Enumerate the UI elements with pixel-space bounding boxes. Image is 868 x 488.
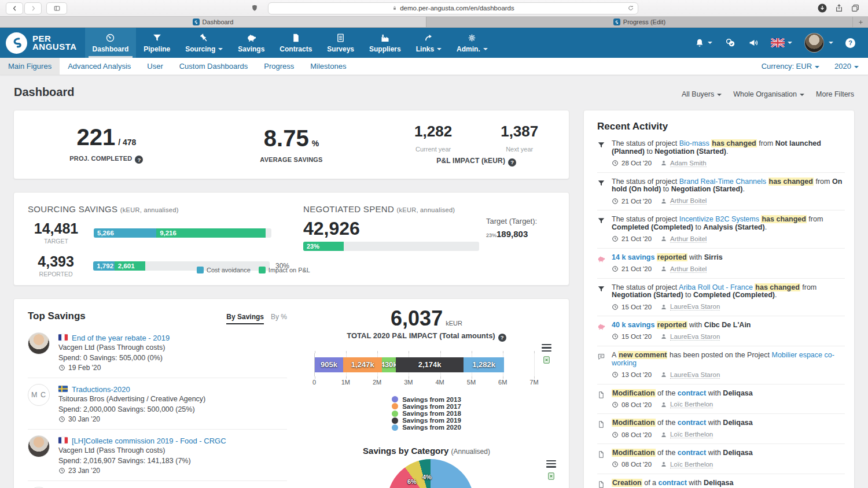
activity-user[interactable]: Arthur Boitel	[660, 197, 707, 205]
chart-menu-icon[interactable]	[546, 460, 556, 468]
tab-by-savings[interactable]: By Savings	[226, 313, 264, 324]
legend-item[interactable]: Savings from 2017	[392, 403, 461, 410]
sourcing-bar[interactable]: 5,2669,216	[94, 228, 271, 238]
year-selector[interactable]: 2020	[834, 62, 859, 71]
activity-user[interactable]: Arthur Boitel	[660, 265, 707, 273]
sidebar-icon[interactable]	[46, 2, 67, 14]
back-icon[interactable]	[6, 2, 23, 14]
activity-item: The status of project Incentivize B2C Sy…	[597, 210, 845, 249]
legend-item[interactable]: Savings from 2013	[392, 396, 461, 403]
nav-item-suppliers[interactable]: Suppliers	[362, 28, 409, 58]
nav-item-pipeline[interactable]: Pipeline	[136, 28, 178, 58]
sourcing-row: 14,481 TARGET 5,2669,216	[28, 221, 289, 245]
nav-item-sourcing[interactable]: Sourcing	[178, 28, 230, 58]
announcements-megaphone-icon[interactable]	[748, 38, 759, 48]
activity-item: The status of project Bio-mass has chang…	[597, 135, 845, 173]
tab-by-percent[interactable]: By %	[271, 313, 287, 321]
bar-segment-Savings-from-2013[interactable]: 905k	[315, 357, 343, 372]
activity-user[interactable]: LaureEva Staron	[660, 333, 720, 341]
activity-user[interactable]: Loïc Berthelon	[660, 401, 713, 408]
subnav-tab-advanced-analysis[interactable]: Advanced Analysis	[60, 58, 139, 75]
browser-tab-progress[interactable]: Progress (Edit)	[426, 17, 853, 27]
notifications-bell-icon[interactable]	[694, 38, 712, 48]
bar-segment-Savings-from-2019[interactable]: 2,174k	[396, 357, 464, 372]
axis-tick-label: 2M	[373, 379, 381, 386]
help-tooltip-icon[interactable]: ?	[498, 334, 506, 342]
tab-overview-icon[interactable]	[851, 3, 860, 13]
projects-total: / 478	[118, 138, 136, 147]
nav-item-label: Sourcing	[185, 45, 223, 53]
activity-user[interactable]: Adam Smith	[660, 160, 707, 167]
new-tab-icon[interactable]	[853, 17, 868, 27]
language-selector[interactable]	[771, 38, 792, 47]
dashboard-subnav: Main FiguresAdvanced AnalysisUserCustom …	[0, 58, 868, 75]
bar-segment-Savings-from-2018[interactable]: 430k	[382, 357, 395, 372]
category-chart-title: Savings by Category (Annualised)	[296, 446, 557, 456]
browser-tab-dashboard[interactable]: Dashboard	[0, 17, 426, 27]
activity-user[interactable]: Loïc Berthelon	[660, 431, 713, 438]
export-excel-icon[interactable]	[542, 356, 551, 364]
legend-item[interactable]: Savings from 2020	[392, 424, 461, 431]
tasks-badge-icon[interactable]	[724, 37, 736, 49]
downloads-icon[interactable]	[817, 3, 827, 13]
sourcing-row: 4,393 REPORTED 1,7922,60130%	[28, 254, 289, 278]
forward-icon[interactable]	[24, 2, 42, 14]
doc-icon	[597, 479, 606, 488]
bar-segment-Savings-from-2020[interactable]: 1,282k	[464, 357, 503, 372]
privacy-shield-icon[interactable]	[246, 2, 263, 14]
help-tooltip-icon[interactable]: ?	[135, 156, 143, 164]
project-link[interactable]: [LH]Collecte commission 2019 - Food - CR…	[72, 437, 226, 445]
top-savings-item: End of the year rebate - 2019 Vacgen Ltd…	[28, 327, 287, 378]
user-menu[interactable]	[804, 33, 833, 53]
subnav-tab-main-figures[interactable]: Main Figures	[0, 58, 60, 75]
nav-item-surveys[interactable]: Surveys	[319, 28, 362, 58]
help-tooltip-icon[interactable]: ?	[508, 158, 516, 167]
refresh-icon[interactable]	[627, 5, 634, 12]
nav-item-dashboard[interactable]: Dashboard	[85, 28, 137, 58]
doc-icon	[597, 390, 606, 409]
export-excel-icon[interactable]	[547, 472, 556, 480]
stacked-bar-chart[interactable]: 905k1,247k430k2,174k1,282k	[314, 353, 534, 376]
supplier-line: Tsitouras Bros (Advertising / Creative A…	[58, 394, 205, 405]
date-row: 19 Feb '20	[58, 364, 170, 372]
activity-user[interactable]: LaureEva Staron	[660, 303, 720, 310]
impact-unit: kEUR	[446, 320, 462, 327]
sourcing-row-label: REPORTED	[28, 271, 84, 278]
activity-user[interactable]: Loïc Berthelon	[660, 461, 713, 468]
subnav-tab-milestones[interactable]: Milestones	[302, 58, 354, 75]
filter-whole-organisation[interactable]: Whole Organisation	[733, 90, 804, 98]
tab-title: Dashboard	[203, 19, 234, 25]
legend-item[interactable]: Savings from 2019	[392, 417, 461, 424]
legend-item[interactable]: Savings from 2018	[392, 410, 461, 417]
subnav-tab-user[interactable]: User	[139, 58, 171, 75]
project-link[interactable]: Traductions-2020	[72, 385, 130, 394]
chart-menu-icon[interactable]	[542, 344, 551, 352]
negotiated-spend-fill: 23%	[303, 242, 344, 251]
activity-item: The status of project Brand Real-Time Ch…	[597, 173, 845, 211]
activity-user[interactable]: Arthur Boitel	[660, 235, 707, 243]
supplier-line: Vacgen Ltd (Pass Through costs)	[58, 343, 170, 353]
brand-logo[interactable]: PERANGUSTA	[6, 28, 77, 58]
bar-segment-Savings-from-2017[interactable]: 1,247k	[343, 357, 382, 372]
chart-legend: Savings from 2013Savings from 2017Saving…	[392, 396, 461, 431]
help-icon[interactable]: ?	[845, 38, 855, 48]
subnav-tab-progress[interactable]: Progress	[256, 58, 302, 75]
kpi-card: 221/ 478 PROJ. COMPLETED? 8.75% AVERAGE …	[13, 110, 569, 179]
nav-item-savings[interactable]: Savings	[230, 28, 272, 58]
axis-tick-label: 7M	[529, 379, 538, 386]
project-link[interactable]: End of the year rebate - 2019	[72, 334, 170, 342]
doc-icon	[597, 419, 606, 438]
subnav-tab-custom-dashboards[interactable]: Custom Dashboards	[171, 58, 256, 75]
filter-more-filters[interactable]: More Filters	[816, 90, 854, 98]
bar-segment: 9,216	[156, 228, 266, 238]
activity-user[interactable]: LaureEva Staron	[660, 371, 720, 379]
share-icon[interactable]	[834, 3, 844, 13]
nav-item-contracts[interactable]: Contracts	[272, 28, 319, 58]
nav-item-admin[interactable]: Admin.	[449, 28, 495, 58]
currency-selector[interactable]: Currency: EUR	[762, 62, 819, 71]
pl-next-value: 1,387	[501, 123, 538, 141]
filter-all-buyers[interactable]: All Buyers	[682, 90, 722, 98]
activity-text: A new comment has been posted on the Pro…	[612, 352, 845, 368]
nav-item-links[interactable]: Links	[409, 28, 449, 58]
address-bar[interactable]: demo.per-angusta.com/en/dashboards	[268, 2, 638, 14]
